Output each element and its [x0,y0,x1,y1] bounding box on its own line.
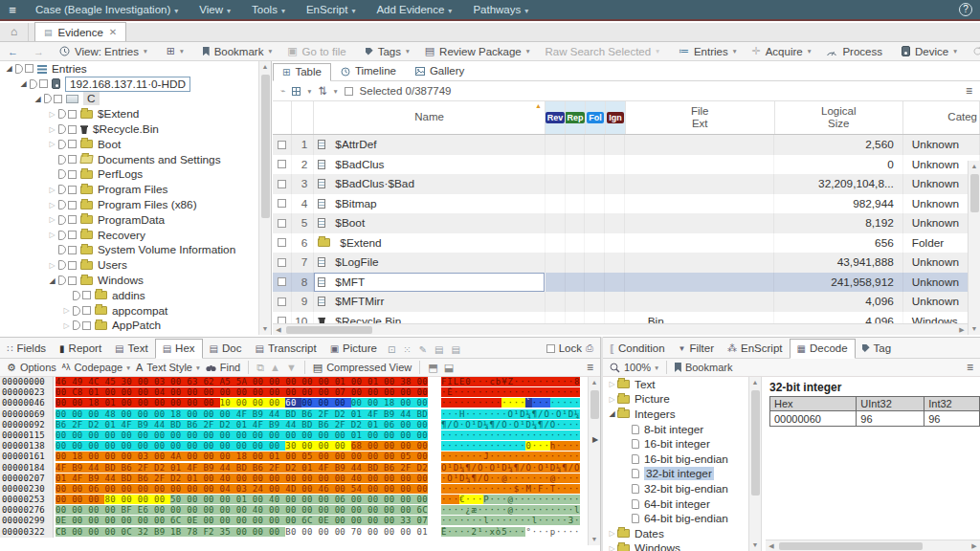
doc1-icon[interactable]: ▤ [431,342,447,358]
decode-tree-scrollbar[interactable]: ▲▼ [748,377,761,551]
expand-arrow-icon[interactable]: ▷ [47,215,57,224]
hex-row-00000322[interactable]: 00000322CB 00 00 00 0C 32 B9 1B 78 F2 35… [0,527,600,538]
tab-condition[interactable]: ⟦Condition [603,340,672,358]
tree-checkbox[interactable] [82,321,91,330]
expand-arrow-icon[interactable]: ▷ [47,110,57,119]
decode-bookmark-button[interactable]: Bookmark [675,362,733,373]
pin-icon[interactable]: ⌁ [280,86,285,96]
tab-tag[interactable]: Tag [856,340,899,358]
entries-tree-item-boot[interactable]: ▷Boot [0,137,271,152]
tree-checkbox[interactable] [68,110,77,119]
expand-arrow-icon[interactable]: ▷ [607,380,617,388]
expand-arrow-icon[interactable]: ▷ [607,529,617,538]
dixon-box[interactable] [44,94,52,103]
hamburger-menu-icon[interactable]: ≡ [0,3,25,17]
hex-row-00000230[interactable]: 0000023000 00 06 00 00 00 00 00 00 00 04… [0,484,600,495]
decode-menu-icon[interactable]: ≡ [967,361,973,374]
decode-tree-item-dates[interactable]: ▷Dates [603,526,761,541]
entries-tree-item-users[interactable]: ▷Users [0,257,271,273]
options-button[interactable]: ⚙Options [7,362,56,374]
table-row-mftmirr[interactable]: 9$MFTMirr4,096Unknown [273,292,980,312]
dixon-box[interactable] [73,306,80,316]
dixon-box[interactable] [58,260,66,270]
tags-button[interactable]: Tags▾ [358,46,417,57]
tab-transcript[interactable]: ▤Transcript [248,340,323,358]
tab-decode[interactable]: ▦Decode [790,339,856,359]
dixon-box[interactable] [58,124,66,134]
hex-row-00000161[interactable]: 0000016100 18 00 00 00 03 00 4A 00 00 00… [0,452,600,462]
dixon-box[interactable] [58,185,66,194]
row-checkbox[interactable] [278,180,286,188]
hex-row-00000299[interactable]: 000002990E 00 00 00 00 00 00 6C 0E 00 00… [0,516,600,526]
entries-tree-item-programdata[interactable]: ▷ProgramData [0,212,271,228]
tree-checkbox[interactable] [39,79,48,88]
entries-tree-item-apppatch[interactable]: ▷AppPatch [0,319,271,334]
tree-checkbox[interactable] [82,291,91,299]
dixon-box[interactable] [58,140,66,149]
table-row-attrdef[interactable]: 1$AttrDef2,560Unknown [273,135,980,155]
prev-icon[interactable]: ▲ [270,362,280,373]
column-header-file-ext[interactable]: FileExt [626,101,775,134]
hex-row-00000092[interactable]: 00000092B6 2F D2 01 4F B9 44 BD B6 2F D2… [0,420,600,430]
table-row-mft[interactable]: 8$MFT241,958,912Unknown [273,273,980,293]
tree-checkbox[interactable] [68,140,77,148]
raw-search-button[interactable]: Raw Search Selected▾ [538,46,667,57]
tree-checkbox[interactable] [68,125,77,134]
dixon-box[interactable] [58,169,66,179]
bookmark-button[interactable]: Bookmark▾ [195,46,280,57]
collapse-arrow-icon[interactable]: ◢ [18,79,29,88]
tab-timeline[interactable]: Timeline [331,62,406,80]
device-button[interactable]: Device▾ [894,46,965,57]
entries-tree-item-program-files-x86[interactable]: ▷Program Files (x86) [0,197,271,212]
find-button[interactable]: Find [206,362,240,373]
collapse-panel-icon[interactable]: ▶ [592,435,598,444]
table-row-badclus[interactable]: 2$BadClus0Unknown [273,155,980,175]
expand-arrow-icon[interactable]: ▷ [47,201,57,209]
expand-arrow-icon[interactable]: ▷ [47,140,57,148]
column-header-logical-size[interactable]: LogicalSize [775,101,903,134]
decode-tree-item-8-bit-integer[interactable]: 8-bit integer [603,422,761,437]
table-row-extend[interactable]: 6$Extend656Folder [273,233,980,253]
hex-row-00000138[interactable]: 0000013800 00 00 00 00 00 00 00 00 00 00… [0,441,600,452]
entries-button[interactable]: ≔Entries▾ [671,45,745,57]
text-style-button[interactable]: AText Style▾ [136,362,200,373]
doc2-icon[interactable]: ▤ [448,342,464,358]
table-menu-icon[interactable]: ≡ [966,84,972,98]
entries-tree-item-recovery[interactable]: ▷Recovery [0,228,271,243]
row-checkbox[interactable] [278,219,286,228]
tab-report[interactable]: ▮Report [53,340,108,358]
next-icon[interactable]: ▼ [286,362,297,373]
tab-enscript[interactable]: ⁂EnScript [721,340,789,358]
tab-doc[interactable]: ▤Doc [203,340,249,358]
acquire-button[interactable]: ✛Acquire▾ [744,45,818,57]
tree-checkbox[interactable] [68,215,77,224]
hex-row-00000276[interactable]: 0000027600 00 00 00 BF E6 00 00 00 00 00… [0,505,600,516]
decode-tree-item-text[interactable]: ▷Text [603,377,761,392]
view-entries-button[interactable]: View: Entries▾ [52,46,155,57]
column-header-category[interactable]: Categ [903,101,980,134]
row-checkbox[interactable] [278,238,286,247]
more-icon[interactable]: ⁙ [399,342,414,358]
tree-checkbox[interactable] [68,231,77,239]
entries-tree-item-appcompat[interactable]: ▷appcompat [0,303,271,319]
expand-arrow-icon[interactable]: ▷ [61,321,72,330]
refresh-button[interactable]: Refresh [965,46,980,57]
column-header-rep[interactable]: Rep [566,101,586,134]
decode-tree-item-windows[interactable]: ▷Windows [603,541,761,551]
go-to-file-button[interactable]: ▣Go to file [279,45,353,57]
menu-item-enscript[interactable]: EnScript▾ [296,4,366,15]
tree-checkbox[interactable] [25,64,33,73]
review-package-button[interactable]: ▤Review Package▾ [417,45,538,57]
menu-item-case-beagle-investigation[interactable]: Case (Beagle Investigation)▾ [25,4,189,15]
dixon-box[interactable] [58,276,66,285]
table-row-logfile[interactable]: 7$LogFile43,941,888Unknown [273,253,980,273]
zoom-button[interactable]: 100%▾ [610,362,658,373]
dixon-box[interactable] [30,79,37,89]
dixon-box[interactable] [15,64,23,74]
collapse-arrow-icon[interactable]: ◢ [47,276,57,285]
hex-row-00000000[interactable]: 0000000046 49 4C 45 30 00 03 00 63 62 A5… [0,377,600,387]
table-horizontal-scrollbar[interactable]: ◀▶ [273,323,968,335]
select-all-checkbox[interactable] [345,87,353,96]
row-checkbox[interactable] [278,160,286,168]
tab-filter[interactable]: ▼Filter [672,340,721,358]
